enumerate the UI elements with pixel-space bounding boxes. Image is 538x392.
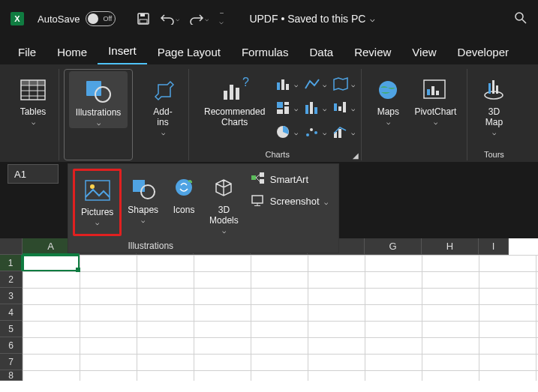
hierarchy-chart-button[interactable]: ⌵ xyxy=(274,97,299,118)
3d-models-button[interactable]: 3D Models ⌵ xyxy=(203,169,245,236)
row-headers: 1 2 3 4 5 6 7 8 xyxy=(0,255,23,381)
pictures-button[interactable]: Pictures ⌵ xyxy=(73,169,122,236)
svg-rect-32 xyxy=(334,103,337,111)
tab-developer[interactable]: Developer xyxy=(447,41,519,64)
combo-chart-button[interactable]: ⌵ xyxy=(331,121,356,142)
chevron-down-icon: ⌵ xyxy=(386,118,390,126)
svg-rect-48 xyxy=(133,180,145,192)
tab-view[interactable]: View xyxy=(401,41,446,64)
svg-rect-53 xyxy=(260,179,264,184)
illustrations-group-label: Illustrations xyxy=(68,241,233,251)
row-header-1[interactable]: 1 xyxy=(0,255,23,271)
svg-rect-26 xyxy=(305,105,308,114)
row-header-8[interactable]: 8 xyxy=(0,370,23,381)
3d-map-button[interactable]: 3D Map ⌵ xyxy=(476,70,511,138)
svg-rect-20 xyxy=(286,84,289,90)
document-title[interactable]: UPDF • Saved to this PC ⌵ xyxy=(249,13,375,25)
svg-rect-40 xyxy=(431,86,434,95)
svg-rect-34 xyxy=(343,102,346,112)
undo-icon[interactable]: ⌵ xyxy=(161,13,179,25)
recommended-charts-button[interactable]: ? Recommended Charts xyxy=(198,70,271,150)
svg-rect-45 xyxy=(496,85,498,94)
svg-rect-46 xyxy=(86,181,110,200)
tab-formulas[interactable]: Formulas xyxy=(231,41,299,64)
scatter-chart-button[interactable]: ⌵ xyxy=(302,121,328,142)
svg-point-47 xyxy=(90,184,95,189)
ribbon: Tables ⌵ Illustrations ⌵ Add- ins ⌵ ? xyxy=(0,64,538,162)
dialog-launcher-icon[interactable]: ◢ xyxy=(353,151,359,160)
col-header-I[interactable]: I xyxy=(479,238,509,255)
row-header-3[interactable]: 3 xyxy=(0,288,23,304)
table-icon xyxy=(20,75,47,105)
statistic-chart-button[interactable]: ⌵ xyxy=(302,97,328,118)
chevron-down-icon: ⌵ xyxy=(434,118,437,126)
recommended-charts-icon: ? xyxy=(220,75,250,105)
row-header-7[interactable]: 7 xyxy=(0,354,23,370)
column-chart-button[interactable]: ⌵ xyxy=(274,73,299,94)
svg-rect-41 xyxy=(436,91,439,95)
addins-button[interactable]: Add- ins ⌵ xyxy=(142,70,184,138)
addins-icon xyxy=(151,75,175,105)
3d-map-icon xyxy=(482,75,505,105)
icons-button[interactable]: Icons xyxy=(164,169,203,236)
svg-point-37 xyxy=(379,81,397,99)
shapes-button[interactable]: Shapes ⌵ xyxy=(122,169,164,236)
pie-chart-button[interactable]: ⌵ xyxy=(274,121,299,142)
qat-customize-icon[interactable]: ‾⌵ xyxy=(219,16,224,23)
tab-review[interactable]: Review xyxy=(344,41,401,64)
tab-page-layout[interactable]: Page Layout xyxy=(147,41,231,64)
row-header-2[interactable]: 2 xyxy=(0,271,23,288)
svg-rect-16 xyxy=(236,88,239,100)
chevron-down-icon: ⌵ xyxy=(161,129,165,136)
title-bar: X AutoSave Off ⌵ ⌵ ‾⌵ UPDF • Saved to th… xyxy=(0,0,538,37)
tours-group-label: Tours xyxy=(472,150,515,160)
svg-line-54 xyxy=(256,175,260,178)
charts-group-label: Charts xyxy=(194,150,361,160)
waterfall-chart-button[interactable]: ⌵ xyxy=(331,97,356,118)
maps-button[interactable]: Maps ⌵ xyxy=(371,70,405,159)
smartart-button[interactable]: SmartArt xyxy=(251,172,328,187)
svg-rect-36 xyxy=(338,129,341,138)
autosave-toggle[interactable]: AutoSave Off xyxy=(38,11,116,26)
select-all-corner[interactable] xyxy=(0,238,23,255)
svg-rect-44 xyxy=(492,80,494,94)
tab-home[interactable]: Home xyxy=(47,41,98,64)
3d-models-icon xyxy=(210,173,237,203)
pivotchart-button[interactable]: PivotChart ⌵ xyxy=(408,70,462,159)
row-header-6[interactable]: 6 xyxy=(0,337,23,354)
tab-data[interactable]: Data xyxy=(299,41,344,64)
svg-rect-15 xyxy=(230,85,233,100)
tab-file[interactable]: File xyxy=(8,41,47,64)
row-header-5[interactable]: 5 xyxy=(0,321,23,337)
cells-area[interactable] xyxy=(23,255,538,381)
svg-point-30 xyxy=(310,128,313,131)
chevron-down-icon: ⌵ xyxy=(222,227,226,235)
svg-rect-19 xyxy=(281,79,284,90)
group-illustrations: Illustrations ⌵ xyxy=(64,69,133,160)
tab-insert[interactable]: Insert xyxy=(98,40,147,64)
name-box[interactable]: A1 xyxy=(8,164,59,184)
svg-rect-1 xyxy=(140,13,145,16)
svg-line-4 xyxy=(522,19,526,23)
svg-rect-24 xyxy=(277,109,283,114)
save-icon[interactable] xyxy=(137,12,150,25)
chevron-down-icon: ⌵ xyxy=(32,118,35,126)
line-chart-button[interactable]: ⌵ xyxy=(302,73,328,94)
group-tours: 3D Map ⌵ Tours xyxy=(472,69,515,160)
col-header-G[interactable]: G xyxy=(365,238,422,255)
map-chart-button[interactable]: ⌵ xyxy=(331,73,356,94)
illustrations-button[interactable]: Illustrations ⌵ xyxy=(69,71,128,128)
svg-rect-18 xyxy=(277,82,280,90)
col-header-H[interactable]: H xyxy=(422,238,479,255)
worksheet-grid[interactable]: A B C D E F G H I 1 2 3 4 5 6 7 8 xyxy=(0,238,538,392)
svg-point-3 xyxy=(515,13,523,20)
tables-button[interactable]: Tables ⌵ xyxy=(12,70,54,127)
svg-rect-43 xyxy=(488,83,491,94)
toggle-switch[interactable]: Off xyxy=(86,11,116,26)
screenshot-button[interactable]: Screenshot ⌵ xyxy=(251,193,328,209)
redo-icon[interactable]: ⌵ xyxy=(190,13,209,25)
active-cell[interactable] xyxy=(23,255,80,271)
ribbon-tabs: File Home Insert Page Layout Formulas Da… xyxy=(0,37,538,64)
search-icon[interactable] xyxy=(514,11,527,27)
row-header-4[interactable]: 4 xyxy=(0,304,23,321)
